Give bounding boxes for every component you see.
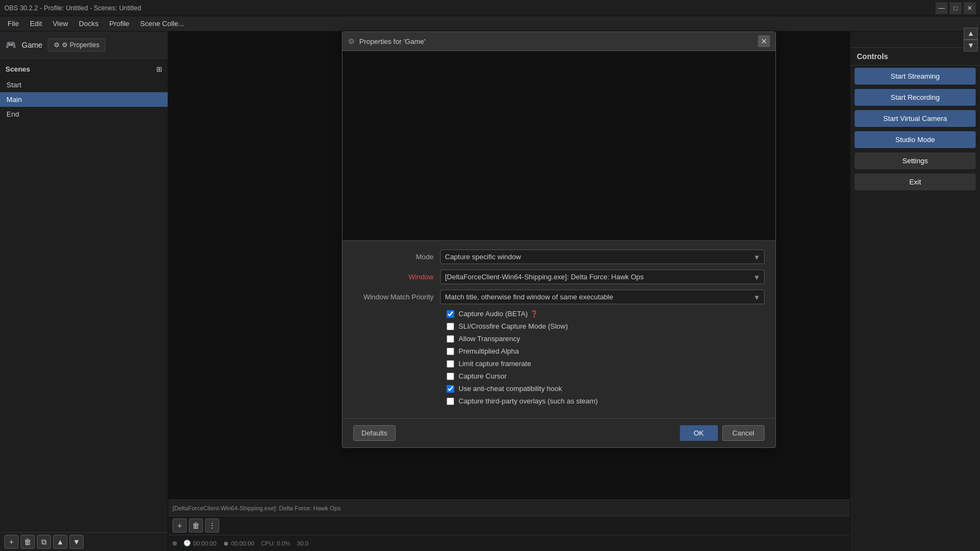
third-party-label[interactable]: Capture third-party overlays (such as st… <box>459 397 597 405</box>
properties-tab[interactable]: ⚙ ⚙ Properties <box>48 39 105 52</box>
menu-profile[interactable]: Profile <box>104 16 135 31</box>
capture-audio-checkbox[interactable] <box>447 310 454 318</box>
right-panel: ▲ ▼ Controls Start Streaming Start Recor… <box>850 31 980 551</box>
checkbox-capture-cursor: Capture Cursor <box>353 372 765 380</box>
delete-source-button[interactable]: 🗑 <box>189 518 203 533</box>
source-info-text: [DeltaForceClient-Win64-Shipping.exe]: D… <box>173 505 341 511</box>
cpu-value: CPU: 0.0% <box>261 540 290 547</box>
fps-display: 30.0 <box>297 540 308 547</box>
premultiplied-alpha-label[interactable]: Premultiplied Alpha <box>459 347 519 355</box>
dialog-title-label: Properties for 'Game' <box>359 37 754 46</box>
gear-icon: ⚙ <box>54 41 60 49</box>
window-match-select[interactable]: Match title, otherwise find window of sa… <box>440 290 765 304</box>
menu-docks[interactable]: Docks <box>73 16 104 31</box>
sources-info: [DeltaForceClient-Win64-Shipping.exe]: D… <box>168 499 850 516</box>
capture-cursor-label[interactable]: Capture Cursor <box>459 372 507 380</box>
dialog-preview-area <box>342 51 775 241</box>
dialog-close-button[interactable]: ✕ <box>758 35 770 47</box>
clock-icon: 🕐 <box>183 540 191 547</box>
sli-crossfire-label[interactable]: SLI/Crossfire Capture Mode (Slow) <box>459 322 568 330</box>
menu-scene-collections[interactable]: Scene Colle... <box>135 16 189 31</box>
scenes-panel: Scenes ⊞ Start Main End <box>0 59 168 126</box>
title-bar: OBS 30.2.2 - Profile: Untitled - Scenes:… <box>0 0 980 16</box>
menu-view[interactable]: View <box>47 16 73 31</box>
dialog-titlebar: ⚙ Properties for 'Game' ✕ <box>342 32 775 51</box>
third-party-checkbox[interactable] <box>447 398 454 405</box>
checkbox-allow-transparency: Allow Transparency <box>353 335 765 343</box>
settings-button[interactable]: Settings <box>855 152 976 169</box>
source-menu-button[interactable]: ⋮ <box>205 518 219 533</box>
checkbox-sli-crossfire: SLI/Crossfire Capture Mode (Slow) <box>353 322 765 330</box>
start-recording-button[interactable]: Start Recording <box>855 89 976 106</box>
mode-select-wrapper: Capture specific windowCapture any fulls… <box>440 249 765 264</box>
scene-toolbar: + 🗑 ⧉ ▲ ▼ <box>0 532 168 551</box>
scenes-panel-header: Scenes ⊞ <box>0 63 168 75</box>
add-source-button[interactable]: + <box>173 518 187 533</box>
checkbox-premultiplied-alpha: Premultiplied Alpha <box>353 347 765 355</box>
sources-controls: + 🗑 ⋮ <box>173 518 219 533</box>
cancel-button[interactable]: Cancel <box>722 425 765 441</box>
scenes-spacer <box>0 126 168 532</box>
anti-cheat-checkbox[interactable] <box>447 385 454 393</box>
capture-cursor-checkbox[interactable] <box>447 373 454 380</box>
menu-file[interactable]: File <box>2 16 24 31</box>
main-layout: 🎮 Game ⚙ ⚙ Properties Scenes ⊞ Start Mai… <box>0 31 980 551</box>
fps-value: 30.0 <box>297 540 308 547</box>
dialog-footer: Defaults OK Cancel <box>342 418 775 447</box>
mode-select[interactable]: Capture specific windowCapture any fulls… <box>440 249 765 264</box>
copy-scene-button[interactable]: ⧉ <box>37 535 51 549</box>
allow-transparency-label[interactable]: Allow Transparency <box>459 335 520 343</box>
start-streaming-button[interactable]: Start Streaming <box>855 68 976 85</box>
checkbox-third-party: Capture third-party overlays (such as st… <box>353 397 765 405</box>
premultiplied-alpha-checkbox[interactable] <box>447 348 454 355</box>
scene-item-main[interactable]: Main <box>0 92 168 107</box>
window-title: OBS 30.2.2 - Profile: Untitled - Scenes:… <box>4 4 936 12</box>
scene-item-end[interactable]: End <box>0 107 168 121</box>
status-indicator-area <box>173 541 177 546</box>
help-icon-capture-audio: ❓ <box>530 310 538 318</box>
checkbox-anti-cheat: Use anti-cheat compatibility hook <box>353 385 765 393</box>
menu-edit[interactable]: Edit <box>24 16 47 31</box>
status-dot <box>173 541 177 546</box>
sli-crossfire-checkbox[interactable] <box>447 323 454 330</box>
scenes-expand-icon: ⊞ <box>156 65 162 73</box>
maximize-button[interactable]: □ <box>950 2 962 14</box>
left-panel: 🎮 Game ⚙ ⚙ Properties Scenes ⊞ Start Mai… <box>0 31 168 551</box>
move-down-scene-button[interactable]: ▼ <box>69 535 84 549</box>
window-select[interactable]: [DeltaForceClient-Win64-Shipping.exe]: D… <box>440 270 765 284</box>
time2-display: ⏺ 00:00:00 <box>223 540 254 547</box>
controls-expand-up[interactable]: ▲ <box>964 28 978 40</box>
add-scene-button[interactable]: + <box>4 535 18 549</box>
controls-title: Controls <box>850 48 980 66</box>
ok-button[interactable]: OK <box>680 425 718 441</box>
dialog-gear-icon: ⚙ <box>348 37 355 46</box>
window-controls: — □ ✕ <box>936 2 976 14</box>
clock2-icon: ⏺ <box>223 540 229 547</box>
start-virtual-camera-button[interactable]: Start Virtual Camera <box>855 110 976 127</box>
properties-dialog: ⚙ Properties for 'Game' ✕ Mode Capture s… <box>342 31 776 448</box>
minimize-button[interactable]: — <box>936 2 947 14</box>
menu-bar: File Edit View Docks Profile Scene Colle… <box>0 16 980 31</box>
controls-dropdown: ▲ ▼ <box>850 31 980 48</box>
time1-display: 🕐 00:00:00 <box>183 540 217 547</box>
capture-audio-label[interactable]: Capture Audio (BETA) <box>459 310 528 318</box>
limit-framerate-label[interactable]: Limit capture framerate <box>459 360 531 368</box>
source-game-icon: 🎮 <box>5 40 16 50</box>
window-match-row: Window Match Priority Match title, other… <box>353 290 765 304</box>
anti-cheat-label[interactable]: Use anti-cheat compatibility hook <box>459 385 562 393</box>
window-match-label: Window Match Priority <box>353 293 440 301</box>
dialog-form: Mode Capture specific windowCapture any … <box>342 241 775 418</box>
window-label: Window <box>353 273 440 281</box>
allow-transparency-checkbox[interactable] <box>447 335 454 343</box>
limit-framerate-checkbox[interactable] <box>447 360 454 368</box>
studio-mode-button[interactable]: Studio Mode <box>855 131 976 148</box>
exit-button[interactable]: Exit <box>855 174 976 190</box>
footer-left: Defaults <box>353 425 676 441</box>
move-up-scene-button[interactable]: ▲ <box>53 535 67 549</box>
close-window-button[interactable]: ✕ <box>964 2 976 14</box>
remove-scene-button[interactable]: 🗑 <box>21 535 35 549</box>
scene-item-start[interactable]: Start <box>0 78 168 92</box>
defaults-button[interactable]: Defaults <box>353 425 396 441</box>
source-header: 🎮 Game ⚙ ⚙ Properties <box>0 31 168 59</box>
time1-value: 00:00:00 <box>193 540 217 547</box>
